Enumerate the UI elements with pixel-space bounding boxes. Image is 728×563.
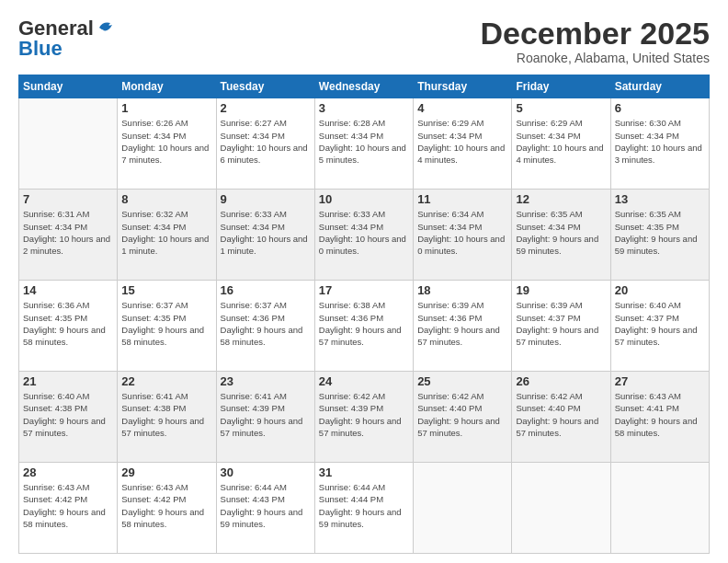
day-number: 26: [516, 374, 606, 388]
day-number: 1: [121, 101, 211, 115]
day-number: 22: [121, 374, 211, 388]
table-row: [414, 463, 512, 554]
day-number: 10: [319, 192, 409, 206]
day-info: Sunrise: 6:39 AMSunset: 4:37 PMDaylight:…: [516, 299, 606, 348]
table-row: 28Sunrise: 6:43 AMSunset: 4:42 PMDayligh…: [19, 463, 118, 554]
table-row: 13Sunrise: 6:35 AMSunset: 4:35 PMDayligh…: [610, 190, 709, 281]
day-number: 6: [615, 101, 705, 115]
day-number: 3: [319, 101, 409, 115]
table-row: 2Sunrise: 6:27 AMSunset: 4:34 PMDaylight…: [216, 98, 314, 190]
title-section: December 2025 Roanoke, Alabama, United S…: [480, 17, 710, 65]
header-wednesday: Wednesday: [314, 75, 413, 98]
day-info: Sunrise: 6:35 AMSunset: 4:34 PMDaylight:…: [516, 208, 606, 257]
day-info: Sunrise: 6:41 AMSunset: 4:39 PMDaylight:…: [221, 390, 311, 439]
table-row: 26Sunrise: 6:42 AMSunset: 4:40 PMDayligh…: [512, 372, 610, 463]
day-number: 12: [516, 192, 606, 206]
day-info: Sunrise: 6:34 AMSunset: 4:34 PMDaylight:…: [417, 208, 507, 257]
day-info: Sunrise: 6:42 AMSunset: 4:40 PMDaylight:…: [516, 390, 606, 439]
day-info: Sunrise: 6:36 AMSunset: 4:35 PMDaylight:…: [23, 299, 113, 348]
day-info: Sunrise: 6:26 AMSunset: 4:34 PMDaylight:…: [121, 117, 211, 166]
header-saturday: Saturday: [610, 75, 709, 98]
table-row: 22Sunrise: 6:41 AMSunset: 4:38 PMDayligh…: [118, 372, 216, 463]
header-friday: Friday: [512, 75, 610, 98]
day-info: Sunrise: 6:37 AMSunset: 4:36 PMDaylight:…: [221, 299, 311, 348]
day-info: Sunrise: 6:43 AMSunset: 4:42 PMDaylight:…: [121, 481, 211, 530]
day-info: Sunrise: 6:43 AMSunset: 4:41 PMDaylight:…: [615, 390, 705, 439]
table-row: 5Sunrise: 6:29 AMSunset: 4:34 PMDaylight…: [512, 98, 610, 190]
table-row: 31Sunrise: 6:44 AMSunset: 4:44 PMDayligh…: [314, 463, 413, 554]
day-info: Sunrise: 6:40 AMSunset: 4:37 PMDaylight:…: [615, 299, 705, 348]
day-info: Sunrise: 6:38 AMSunset: 4:36 PMDaylight:…: [319, 299, 409, 348]
calendar-week-row: 1Sunrise: 6:26 AMSunset: 4:34 PMDaylight…: [19, 98, 710, 190]
day-info: Sunrise: 6:35 AMSunset: 4:35 PMDaylight:…: [615, 208, 705, 257]
day-info: Sunrise: 6:30 AMSunset: 4:34 PMDaylight:…: [615, 117, 705, 166]
day-number: 14: [23, 283, 113, 297]
day-info: Sunrise: 6:28 AMSunset: 4:34 PMDaylight:…: [319, 117, 409, 166]
day-number: 9: [221, 192, 311, 206]
day-info: Sunrise: 6:27 AMSunset: 4:34 PMDaylight:…: [221, 117, 311, 166]
logo: General Blue: [18, 17, 116, 61]
day-info: Sunrise: 6:42 AMSunset: 4:40 PMDaylight:…: [417, 390, 507, 439]
day-number: 19: [516, 283, 606, 297]
day-info: Sunrise: 6:31 AMSunset: 4:34 PMDaylight:…: [23, 208, 113, 257]
calendar-week-row: 21Sunrise: 6:40 AMSunset: 4:38 PMDayligh…: [19, 372, 710, 463]
day-number: 2: [221, 101, 311, 115]
day-number: 23: [221, 374, 311, 388]
day-info: Sunrise: 6:40 AMSunset: 4:38 PMDaylight:…: [23, 390, 113, 439]
day-number: 16: [221, 283, 311, 297]
header-tuesday: Tuesday: [216, 75, 314, 98]
table-row: 29Sunrise: 6:43 AMSunset: 4:42 PMDayligh…: [118, 463, 216, 554]
day-number: 31: [319, 465, 409, 479]
table-row: 12Sunrise: 6:35 AMSunset: 4:34 PMDayligh…: [512, 190, 610, 281]
logo-bird-icon: [96, 19, 116, 36]
day-number: 20: [615, 283, 705, 297]
header-thursday: Thursday: [414, 75, 512, 98]
calendar-week-row: 28Sunrise: 6:43 AMSunset: 4:42 PMDayligh…: [19, 463, 710, 554]
table-row: 15Sunrise: 6:37 AMSunset: 4:35 PMDayligh…: [118, 281, 216, 372]
table-row: 6Sunrise: 6:30 AMSunset: 4:34 PMDaylight…: [610, 98, 709, 190]
location: Roanoke, Alabama, United States: [480, 51, 710, 65]
day-number: 4: [417, 101, 507, 115]
day-info: Sunrise: 6:33 AMSunset: 4:34 PMDaylight:…: [319, 208, 409, 257]
logo-blue: Blue: [18, 37, 63, 61]
day-info: Sunrise: 6:32 AMSunset: 4:34 PMDaylight:…: [121, 208, 211, 257]
table-row: [512, 463, 610, 554]
day-info: Sunrise: 6:43 AMSunset: 4:42 PMDaylight:…: [23, 481, 113, 530]
table-row: 27Sunrise: 6:43 AMSunset: 4:41 PMDayligh…: [610, 372, 709, 463]
table-row: 21Sunrise: 6:40 AMSunset: 4:38 PMDayligh…: [19, 372, 118, 463]
table-row: 24Sunrise: 6:42 AMSunset: 4:39 PMDayligh…: [314, 372, 413, 463]
table-row: 7Sunrise: 6:31 AMSunset: 4:34 PMDaylight…: [19, 190, 118, 281]
day-number: 5: [516, 101, 606, 115]
day-info: Sunrise: 6:39 AMSunset: 4:36 PMDaylight:…: [417, 299, 507, 348]
header-monday: Monday: [118, 75, 216, 98]
header-sunday: Sunday: [19, 75, 118, 98]
day-number: 15: [121, 283, 211, 297]
calendar-week-row: 7Sunrise: 6:31 AMSunset: 4:34 PMDaylight…: [19, 190, 710, 281]
table-row: 16Sunrise: 6:37 AMSunset: 4:36 PMDayligh…: [216, 281, 314, 372]
table-row: 8Sunrise: 6:32 AMSunset: 4:34 PMDaylight…: [118, 190, 216, 281]
table-row: 23Sunrise: 6:41 AMSunset: 4:39 PMDayligh…: [216, 372, 314, 463]
day-info: Sunrise: 6:33 AMSunset: 4:34 PMDaylight:…: [221, 208, 311, 257]
table-row: 11Sunrise: 6:34 AMSunset: 4:34 PMDayligh…: [414, 190, 512, 281]
table-row: 14Sunrise: 6:36 AMSunset: 4:35 PMDayligh…: [19, 281, 118, 372]
table-row: 19Sunrise: 6:39 AMSunset: 4:37 PMDayligh…: [512, 281, 610, 372]
table-row: 17Sunrise: 6:38 AMSunset: 4:36 PMDayligh…: [314, 281, 413, 372]
calendar-header-row: Sunday Monday Tuesday Wednesday Thursday…: [19, 75, 710, 98]
day-number: 28: [23, 465, 113, 479]
page: General Blue December 2025 Roanoke, Alab…: [0, 0, 728, 563]
table-row: 4Sunrise: 6:29 AMSunset: 4:34 PMDaylight…: [414, 98, 512, 190]
day-number: 8: [121, 192, 211, 206]
header: General Blue December 2025 Roanoke, Alab…: [18, 17, 710, 65]
day-number: 25: [417, 374, 507, 388]
day-number: 24: [319, 374, 409, 388]
day-number: 17: [319, 283, 409, 297]
month-title: December 2025: [480, 17, 710, 51]
day-info: Sunrise: 6:42 AMSunset: 4:39 PMDaylight:…: [319, 390, 409, 439]
day-number: 18: [417, 283, 507, 297]
day-number: 7: [23, 192, 113, 206]
day-number: 29: [121, 465, 211, 479]
table-row: 30Sunrise: 6:44 AMSunset: 4:43 PMDayligh…: [216, 463, 314, 554]
table-row: 1Sunrise: 6:26 AMSunset: 4:34 PMDaylight…: [118, 98, 216, 190]
day-number: 30: [221, 465, 311, 479]
day-info: Sunrise: 6:37 AMSunset: 4:35 PMDaylight:…: [121, 299, 211, 348]
